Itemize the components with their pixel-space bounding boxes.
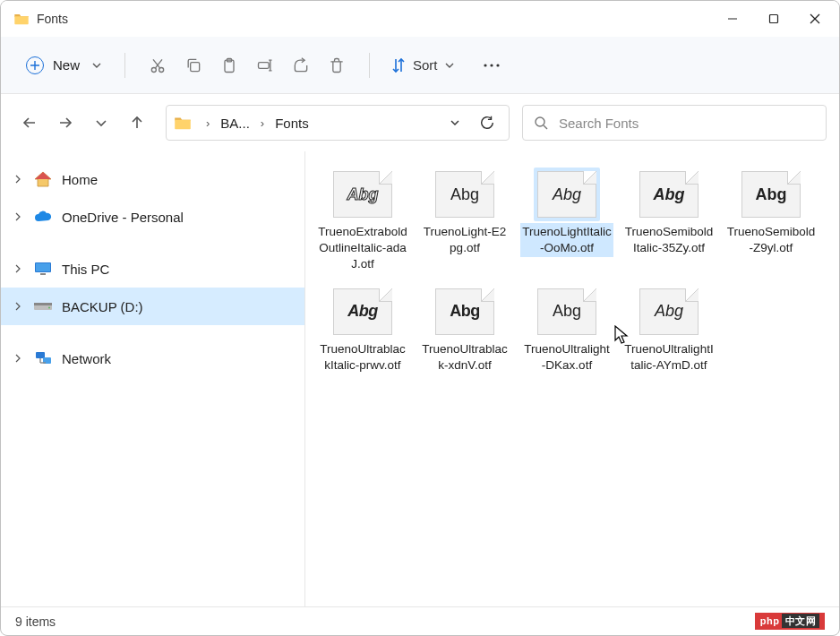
file-item[interactable]: AbgTruenoExtraboldOutlineItalic-adaJ.otf [314, 164, 411, 278]
folder-icon [174, 116, 192, 130]
search-input[interactable] [559, 116, 815, 131]
back-button[interactable] [13, 107, 46, 139]
font-thumbnail: Abg [741, 171, 801, 218]
svg-rect-31 [40, 273, 46, 275]
file-name: TruenoSemibold-Z9yl.otf [724, 223, 818, 257]
file-item[interactable]: AbgTruenoSemibold-Z9yl.otf [723, 164, 819, 278]
watermark-badge: php中文网 [755, 613, 825, 630]
file-name: TruenoSemiboldItalic-35Zy.otf [622, 223, 716, 257]
separator [369, 53, 370, 78]
file-name: TruenoUltralightItalic-AYmD.otf [622, 340, 716, 374]
font-preview-glyph: Abg [553, 302, 581, 321]
svg-point-21 [496, 64, 499, 66]
sidebar-item-network[interactable]: Network [1, 339, 304, 377]
svg-rect-13 [259, 62, 270, 68]
sort-button[interactable]: Sort [384, 52, 461, 79]
breadcrumb-item[interactable]: BA... [219, 112, 252, 134]
rename-button[interactable] [247, 47, 283, 83]
chevron-right-icon [12, 354, 24, 363]
font-preview-glyph: Abg [347, 302, 378, 321]
refresh-button[interactable] [473, 108, 501, 137]
new-label: New [53, 57, 80, 73]
monitor-icon [33, 259, 53, 279]
cut-button[interactable] [140, 47, 176, 83]
svg-point-25 [536, 117, 544, 126]
search-icon [534, 116, 548, 130]
breadcrumb-item[interactable]: Fonts [273, 112, 311, 134]
address-bar[interactable]: › BA... › Fonts [166, 105, 510, 141]
font-thumbnail: Abg [333, 288, 392, 335]
sidebar-item-home[interactable]: Home [1, 160, 304, 198]
plus-icon [26, 56, 44, 74]
sidebar-item-label: This PC [62, 262, 109, 277]
network-icon [33, 348, 53, 368]
search-box[interactable] [522, 105, 827, 141]
file-item[interactable]: AbgTruenoSemiboldItalic-35Zy.otf [621, 164, 717, 278]
font-preview-glyph: Abg [553, 185, 581, 204]
font-preview-glyph: Abg [756, 185, 787, 204]
font-thumbnail: Abg [537, 171, 596, 218]
chevron-down-icon [92, 61, 101, 70]
svg-rect-30 [36, 263, 50, 271]
new-button[interactable]: New [17, 51, 110, 80]
font-thumbnail: Abg [537, 288, 596, 335]
sidebar-item-label: BACKUP (D:) [62, 299, 143, 314]
chevron-right-icon [12, 264, 24, 273]
svg-rect-10 [191, 62, 200, 71]
file-item[interactable]: AbgTruenoUltrablackItalic-prwv.otf [314, 281, 411, 378]
recent-dropdown[interactable] [85, 107, 117, 139]
file-item[interactable]: AbgTruenoUltralightItalic-AYmD.otf [621, 281, 717, 378]
explorer-window: Fonts New [0, 0, 840, 636]
font-thumbnail: Abg [639, 288, 699, 335]
svg-rect-1 [770, 15, 778, 23]
sidebar: Home OneDrive - Personal This [1, 151, 305, 606]
crumb-separator: › [255, 116, 270, 130]
more-button[interactable] [474, 47, 510, 83]
sidebar-item-label: Network [62, 351, 111, 366]
svg-rect-33 [34, 303, 52, 305]
chevron-down-icon [445, 61, 454, 70]
file-name: TruenoLight-E2pg.otf [418, 223, 511, 257]
file-name: TruenoUltralight-DKax.otf [520, 340, 613, 374]
window-title: Fonts [37, 12, 68, 26]
sidebar-item-thispc[interactable]: This PC [1, 250, 304, 288]
paste-button[interactable] [211, 47, 247, 83]
delete-button[interactable] [319, 47, 355, 83]
file-item[interactable]: AbgTruenoLight-E2pg.otf [416, 164, 513, 278]
cloud-icon [33, 207, 53, 227]
svg-marker-28 [35, 172, 51, 179]
share-button[interactable] [283, 47, 319, 83]
address-dropdown[interactable] [441, 108, 469, 137]
svg-point-20 [490, 64, 493, 66]
crumb-separator: › [201, 116, 215, 130]
forward-button[interactable] [49, 107, 81, 139]
file-item[interactable]: AbgTruenoUltrablack-xdnV.otf [416, 281, 513, 378]
separator [124, 53, 125, 78]
sidebar-item-onedrive[interactable]: OneDrive - Personal [1, 198, 304, 236]
font-preview-glyph: Abg [654, 185, 685, 204]
svg-point-6 [151, 67, 156, 72]
maximize-button[interactable] [753, 4, 794, 33]
chevron-right-icon [12, 175, 24, 184]
file-item[interactable]: AbgTruenoUltralight-DKax.otf [519, 281, 615, 378]
folder-icon [13, 13, 30, 25]
toolbar: New Sort [1, 37, 839, 94]
sidebar-item-backup[interactable]: BACKUP (D:) [1, 288, 304, 325]
font-thumbnail: Abg [333, 171, 392, 218]
font-thumbnail: Abg [435, 288, 494, 335]
up-button[interactable] [121, 107, 153, 139]
drive-icon [33, 297, 53, 316]
copy-button[interactable] [176, 47, 211, 83]
close-button[interactable] [794, 4, 836, 33]
minimize-button[interactable] [712, 4, 753, 33]
file-name: TruenoLightItalic-OoMo.otf [520, 223, 613, 257]
font-preview-glyph: Abg [655, 302, 683, 321]
file-grid[interactable]: AbgTruenoExtraboldOutlineItalic-adaJ.otf… [305, 151, 839, 606]
file-item[interactable]: AbgTruenoLightItalic-OoMo.otf [519, 164, 615, 278]
svg-point-19 [484, 64, 486, 66]
body: Home OneDrive - Personal This [1, 151, 839, 606]
sort-label: Sort [413, 57, 438, 73]
file-name: TruenoExtraboldOutlineItalic-adaJ.otf [316, 223, 409, 274]
svg-point-7 [159, 67, 164, 72]
font-preview-glyph: Abg [450, 185, 479, 204]
